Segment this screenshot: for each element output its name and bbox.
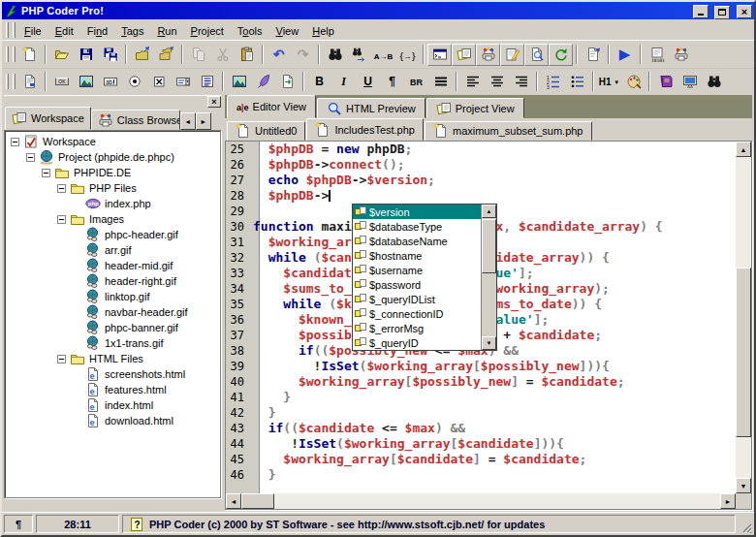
panel-close-button[interactable]: ×: [207, 96, 221, 108]
scroll-up-icon[interactable]: ▲: [482, 205, 496, 218]
view-screen-button[interactable]: [677, 70, 702, 92]
scroll-right-icon[interactable]: ►: [196, 112, 211, 130]
run-script-button[interactable]: ▶: [613, 44, 637, 66]
bold-button[interactable]: B: [307, 70, 331, 92]
tree-item-navbar-header-gif[interactable]: navbar-header.gif: [7, 304, 218, 320]
resize-grip[interactable]: [739, 515, 752, 533]
expander-icon[interactable]: [57, 215, 66, 224]
expander-icon[interactable]: [57, 184, 66, 193]
scroll-left-icon[interactable]: ◄: [226, 493, 241, 509]
search-files-button[interactable]: [702, 70, 726, 92]
tree-item-images[interactable]: Images: [7, 211, 218, 227]
numbered-list-button[interactable]: 123: [541, 70, 565, 92]
align-left-button[interactable]: [460, 70, 485, 92]
menu-file[interactable]: File: [17, 22, 48, 40]
tree-item-features-html[interactable]: efeatures.html: [7, 382, 218, 397]
autocomplete-item[interactable]: $_connectionID: [353, 306, 481, 321]
edit-mode-button[interactable]: [500, 44, 524, 66]
insert-anchor-button[interactable]: [251, 70, 275, 92]
scrollbar-thumb[interactable]: [736, 268, 751, 437]
toolbar-gripper[interactable]: [6, 22, 9, 38]
tree-item-arr-gif[interactable]: arr.gif: [7, 242, 218, 258]
autocomplete-item[interactable]: $databaseName: [353, 234, 481, 248]
new-file-button[interactable]: [17, 44, 42, 66]
properties-button[interactable]: [581, 44, 605, 66]
insert-list-button[interactable]: [195, 70, 219, 92]
autocomplete-item[interactable]: $hostname: [353, 248, 481, 263]
code-line[interactable]: 42 }: [226, 405, 736, 421]
paste-html-button[interactable]: [275, 70, 299, 92]
horizontal-scrollbar[interactable]: ◄ ►: [226, 493, 736, 509]
scrollbar-thumb[interactable]: [241, 493, 274, 509]
bullet-list-button[interactable]: [565, 70, 589, 92]
tree-item-header-right-gif[interactable]: header-right.gif: [7, 273, 218, 289]
file-tab-untitled0[interactable]: Untitled0: [227, 121, 305, 141]
insert-form-button[interactable]: [17, 70, 42, 92]
menu-run[interactable]: Run: [150, 22, 183, 40]
autocomplete-item[interactable]: $_queryID: [353, 335, 481, 350]
code-line[interactable]: 27 echo $phpDB->$version;: [226, 173, 736, 188]
find-button[interactable]: [323, 44, 347, 66]
tree-item-header-mid-gif[interactable]: header-mid.gif: [7, 258, 218, 273]
tree-item-workspace[interactable]: Workspace: [7, 134, 218, 149]
tree-item-project-phpide-de-phpc[interactable]: Project (phpide.de.phpc): [7, 149, 218, 165]
panel-tab-class-browser[interactable]: Class Browser: [91, 110, 180, 130]
code-line[interactable]: 46 }: [226, 467, 736, 483]
file-tab-maximum-subset-sum-php[interactable]: maximum_subset_sum.php: [425, 121, 592, 141]
refresh-button[interactable]: [549, 44, 573, 66]
insert-image-button[interactable]: [227, 70, 251, 92]
file-tab-includestest-php[interactable]: IncludesTest.php: [306, 118, 424, 141]
code-line[interactable]: 44 !IsSet($working_array[$candidate])){: [226, 436, 736, 452]
tab-html-preview[interactable]: HTML Preview: [317, 98, 425, 118]
paste-button[interactable]: [235, 44, 259, 66]
insert-text-field-button[interactable]: ab: [98, 70, 122, 92]
expander-icon[interactable]: [57, 355, 66, 363]
align-center-button[interactable]: [485, 70, 509, 92]
minimize-button[interactable]: [693, 5, 709, 18]
tree-item-phpide-de[interactable]: PHPIDE.DE: [7, 165, 218, 180]
autocomplete-item[interactable]: $_queryIDList: [353, 292, 481, 306]
code-line[interactable]: 26 $phpDB->connect();: [226, 157, 736, 173]
menu-tools[interactable]: Tools: [231, 22, 269, 40]
toolbar-gripper[interactable]: [13, 22, 16, 38]
italic-button[interactable]: I: [331, 70, 356, 92]
scroll-down-icon[interactable]: ▼: [482, 336, 496, 350]
tree-item-1x1-trans-gif[interactable]: 1x1-trans.gif: [7, 335, 218, 351]
insert-checkbox-button[interactable]: [146, 70, 171, 92]
open-file-button[interactable]: [49, 44, 74, 66]
tree-item-php-files[interactable]: PHP Files: [7, 180, 218, 196]
vertical-scrollbar[interactable]: ▲ ▼: [736, 142, 751, 493]
toolbar-gripper[interactable]: [13, 47, 16, 62]
tree-item-linktop-gif[interactable]: linktop.gif: [7, 289, 218, 304]
insert-image-map-button[interactable]: [74, 70, 98, 92]
code-line[interactable]: 40 $working_array[$possibly_new] = $cand…: [226, 374, 736, 390]
menu-edit[interactable]: Edit: [48, 22, 80, 40]
autocomplete-item[interactable]: $_errorMsg: [353, 321, 481, 335]
scroll-down-icon[interactable]: ▼: [736, 478, 751, 493]
tree-item-screenshots-html[interactable]: escreenshots.html: [7, 366, 218, 382]
expander-icon[interactable]: [42, 169, 50, 177]
maximize-button[interactable]: [714, 6, 730, 19]
scroll-left-icon[interactable]: ◄: [180, 112, 196, 130]
code-line[interactable]: 25 $phpDB = new phpDB;: [226, 142, 736, 157]
replace-button[interactable]: A→B: [371, 44, 395, 66]
find-next-button[interactable]: [347, 44, 371, 66]
save-all-button[interactable]: [98, 44, 122, 66]
menu-tags[interactable]: Tags: [114, 22, 150, 40]
debug-button[interactable]: 10101: [645, 44, 669, 66]
tree-item-phpc-banner-gif[interactable]: phpc-banner.gif: [7, 320, 218, 335]
code-line[interactable]: 41 }: [226, 390, 736, 405]
close-all-button[interactable]: [154, 44, 178, 66]
help-book-button[interactable]: [653, 70, 677, 92]
expander-icon[interactable]: [11, 138, 19, 146]
tree-item-phpc-header-gif[interactable]: phpc-header.gif: [7, 227, 218, 242]
scroll-up-icon[interactable]: ▲: [736, 142, 751, 157]
tab-editor-view[interactable]: a|eEditor View: [227, 95, 316, 118]
autocomplete-item[interactable]: $version: [353, 205, 481, 219]
tree-item-download-html[interactable]: edownload.html: [7, 413, 218, 428]
tree-item-index-html[interactable]: eindex.html: [7, 397, 218, 413]
panel-tab-workspace[interactable]: Workspace: [5, 107, 91, 130]
autocomplete-item[interactable]: $databaseType: [353, 219, 481, 234]
menu-view[interactable]: View: [269, 22, 306, 40]
menu-project[interactable]: Project: [184, 22, 231, 40]
